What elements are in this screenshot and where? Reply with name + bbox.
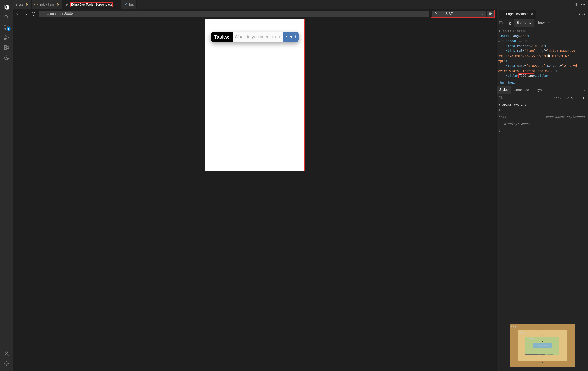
- svg-point-4: [5, 25, 6, 26]
- styles-tabs: Styles Computed Layout »: [497, 86, 588, 94]
- dom-breadcrumb[interactable]: html head: [497, 80, 588, 86]
- svg-point-5: [5, 28, 6, 30]
- modified-indicator: M: [57, 3, 60, 7]
- settings-icon[interactable]: [2, 359, 11, 368]
- css-file-icon: #: [124, 3, 127, 6]
- new-style-rule-icon[interactable]: [575, 96, 581, 100]
- dom-tree[interactable]: <!DOCTYPE html> <html lang="en"> … ▾ <he…: [497, 27, 588, 80]
- styles-rules[interactable]: element.style { } head { user agent styl…: [497, 102, 588, 134]
- svg-point-2: [5, 15, 8, 18]
- more-actions-icon[interactable]: •••: [578, 12, 586, 16]
- tab-devtools[interactable]: Edge DevTools ✕: [499, 10, 536, 19]
- box-content: auto×auto: [533, 343, 552, 348]
- html-file-icon: <>: [34, 3, 38, 6]
- network-tab[interactable]: Network: [534, 19, 552, 27]
- styles-toolbar: :hov .cls: [497, 94, 588, 102]
- svg-rect-31: [583, 97, 586, 99]
- split-editor-icon[interactable]: [575, 2, 578, 7]
- tab-layout[interactable]: Layout: [532, 86, 547, 94]
- activity-bar: 6: [0, 0, 13, 371]
- box-model-area: margin - - border - - padding: [497, 134, 588, 371]
- source-control-icon[interactable]: 6: [2, 23, 11, 32]
- head-selector: head {: [499, 115, 510, 119]
- accounts-icon[interactable]: [2, 349, 11, 358]
- tab-styles[interactable]: Styles: [497, 86, 511, 94]
- todo-bar: Tasks: send: [211, 31, 299, 42]
- editor-tabs: s.css M <> index.html M Edge DevTools: S…: [13, 0, 588, 9]
- modified-indicator: M: [26, 3, 29, 7]
- tab-label: ba:: [129, 3, 134, 7]
- device-select[interactable]: iPhone 5/SE: [432, 11, 486, 17]
- styles-filter-input[interactable]: [497, 96, 552, 100]
- emulated-viewport[interactable]: Tasks: send: [205, 19, 304, 171]
- expand-tabs-icon[interactable]: »: [582, 88, 588, 92]
- crumb-head[interactable]: head: [508, 81, 515, 84]
- edge-tools-icon[interactable]: [2, 53, 11, 62]
- devtools-tabstrip: Edge DevTools ✕ •••: [497, 9, 588, 19]
- elements-tab[interactable]: Elements: [514, 19, 534, 27]
- task-input-wrapper: [233, 31, 283, 42]
- device-toggle-icon[interactable]: [505, 19, 514, 27]
- cls-toggle[interactable]: .cls: [563, 96, 575, 100]
- rotate-icon[interactable]: [487, 10, 494, 17]
- editor-body: iPhone 5/SE Tasks: send: [13, 9, 588, 371]
- explorer-icon[interactable]: [2, 2, 11, 12]
- back-icon[interactable]: [15, 11, 21, 17]
- svg-line-3: [7, 18, 9, 19]
- svg-rect-11: [7, 47, 9, 48]
- search-icon[interactable]: [2, 12, 11, 22]
- inspect-element-icon[interactable]: [497, 19, 505, 27]
- reload-icon[interactable]: [31, 11, 36, 17]
- svg-rect-21: [489, 13, 491, 15]
- url-bar: iPhone 5/SE: [13, 9, 496, 18]
- element-style: element.style {: [499, 103, 586, 108]
- preview-icon: [65, 3, 69, 6]
- svg-point-12: [6, 352, 7, 353]
- hov-toggle[interactable]: :hov: [552, 96, 563, 100]
- send-button[interactable]: send: [283, 31, 299, 42]
- extensions-icon[interactable]: [2, 43, 11, 52]
- url-input[interactable]: [39, 11, 429, 17]
- task-input[interactable]: [234, 34, 281, 39]
- tab-label: Edge DevTools: Screencast: [70, 2, 113, 7]
- viewport-area: Tasks: send: [13, 18, 496, 371]
- tab-label: index.html: [39, 3, 54, 7]
- editor-main: s.css M <> index.html M Edge DevTools: S…: [13, 0, 588, 371]
- svg-rect-26: [500, 22, 502, 24]
- devtools-toolbar: Elements Network +: [497, 19, 588, 27]
- tab-computed[interactable]: Computed: [511, 86, 532, 94]
- close-icon[interactable]: ✕: [116, 3, 118, 7]
- scm-badge: 6: [7, 27, 10, 31]
- devtools-panel: Edge DevTools ✕ ••• Elements Network + <…: [496, 9, 588, 371]
- toggle-sidebar-icon[interactable]: [581, 96, 588, 100]
- forward-icon[interactable]: [23, 11, 29, 17]
- close-icon[interactable]: ✕: [531, 12, 534, 16]
- tab-label: s.css: [16, 3, 24, 7]
- tasks-label: Tasks:: [211, 31, 233, 42]
- svg-rect-9: [5, 46, 6, 47]
- title-text: TODO app: [519, 74, 534, 78]
- box-model[interactable]: margin - - border - - padding: [510, 324, 575, 367]
- tab-screencast[interactable]: Edge DevTools: Screencast ✕: [63, 0, 121, 9]
- screencast-panel: iPhone 5/SE Tasks: send: [13, 9, 496, 371]
- tab-label: Edge DevTools: [506, 12, 528, 16]
- tab-css[interactable]: s.css M: [13, 0, 32, 9]
- tab-actions: •••: [572, 0, 588, 9]
- run-debug-icon[interactable]: [2, 33, 11, 42]
- svg-rect-22: [490, 13, 492, 15]
- display-none: display: none;: [499, 122, 586, 126]
- tab-bas[interactable]: # ba:: [121, 0, 137, 9]
- tab-index-html[interactable]: <> index.html M: [32, 0, 63, 9]
- svg-point-13: [6, 363, 7, 364]
- more-actions-icon[interactable]: •••: [581, 3, 585, 6]
- crumb-html[interactable]: html: [499, 81, 504, 84]
- user-agent-label: user agent stylesheet: [546, 114, 585, 119]
- add-tab-icon[interactable]: +: [581, 20, 588, 26]
- svg-rect-10: [5, 48, 6, 50]
